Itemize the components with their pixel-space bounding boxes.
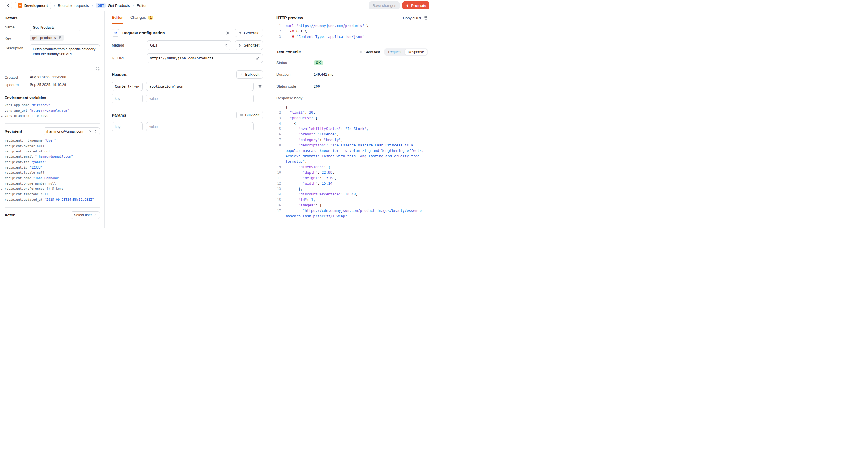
copy-curl-button[interactable]: Copy cURL — [403, 16, 428, 20]
code-line: 7 "category": "beauty", — [276, 137, 428, 143]
segment-request[interactable]: Request — [385, 49, 405, 55]
header-value-input[interactable] — [146, 82, 254, 91]
method-select[interactable]: GET — [147, 40, 231, 50]
breadcrumb-separator: › — [133, 3, 134, 8]
line-number: 16 — [276, 203, 286, 208]
back-button[interactable] — [5, 2, 12, 9]
code-text: -H 'Content-Type: application/json' — [286, 34, 428, 40]
variable-value: "John Hammond" — [33, 176, 60, 180]
line-number: 8 — [276, 143, 286, 148]
line-number: 7 — [276, 137, 286, 143]
variable-row: recipient.__typename "User" — [5, 138, 100, 144]
code-text: "id": 1, — [286, 197, 428, 203]
environment-selector[interactable]: Development — [15, 2, 51, 9]
variable-value: null — [44, 150, 52, 153]
param-value-input[interactable] — [146, 122, 254, 131]
variable-row: recipient.fan "yankee" — [5, 160, 100, 165]
tab-changes-label: Changes — [130, 15, 146, 20]
tenant-section: Tenant Select tenant — [5, 224, 100, 228]
details-sidebar: Details Name Key get-products Descripti — [0, 11, 105, 228]
line-number: 1 — [276, 104, 286, 110]
chevron-left-icon — [6, 3, 10, 7]
headers-bulk-edit-button[interactable]: Bulk edit — [236, 70, 263, 79]
actor-title: Actor — [5, 213, 14, 217]
copy-curl-label: Copy cURL — [403, 16, 422, 20]
code-text: "category": "beauty", — [286, 137, 428, 143]
save-changes-button[interactable]: Save changes — [369, 1, 400, 9]
url-input[interactable]: https://dummyjson.com/products — [147, 53, 263, 63]
line-number: 2 — [276, 29, 286, 34]
code-line: 16 "images": [ — [276, 203, 428, 208]
clear-icon[interactable] — [89, 130, 92, 133]
segment-response[interactable]: Response — [405, 49, 427, 55]
response-body-code: 1{2 "limit": 30,3 "products": [4 {5 "ava… — [276, 104, 428, 219]
promote-button[interactable]: Promote — [402, 1, 429, 9]
code-line: 10 "depth": 22.99, — [276, 170, 428, 175]
status-row: Status OK — [276, 57, 428, 69]
breadcrumb-request-name[interactable]: Get Products — [108, 3, 130, 8]
delete-header-button[interactable] — [257, 84, 263, 88]
url-row: ↳ URL https://dummyjson.com/products — [112, 53, 263, 63]
variable-key: recipient.locale — [5, 171, 37, 175]
console-send-test-button[interactable]: Send test — [359, 50, 380, 54]
arrow-branch-icon: ↳ — [112, 56, 115, 60]
param-key-input[interactable] — [112, 122, 143, 131]
tab-changes[interactable]: Changes 1 — [130, 11, 153, 24]
expand-chevron-icon[interactable]: ▸ — [1, 187, 3, 192]
chevron-updown-icon[interactable] — [94, 130, 97, 133]
status-code-row: Status code 200 — [276, 80, 428, 92]
code-text: "discountPercentage": 10.48, — [286, 192, 428, 197]
header-key-input[interactable] — [112, 82, 143, 91]
details-section: Details Name Key get-products Descripti — [5, 11, 100, 92]
breadcrumb-reusable-requests[interactable]: Reusable requests — [58, 3, 89, 8]
method-row: Method GET Send test — [112, 40, 263, 50]
request-config-title: Request configuration — [122, 31, 165, 35]
play-icon — [238, 43, 242, 47]
variable-value: "https://example.com" — [29, 109, 69, 113]
line-number: 3 — [276, 115, 286, 121]
breadcrumb-editor: Editor — [137, 3, 147, 8]
variable-key: recipient.timezone — [5, 192, 41, 196]
line-number: 13 — [276, 186, 286, 192]
name-input[interactable] — [30, 24, 81, 31]
code-text: "availabilityStatus": "In Stock", — [286, 126, 428, 132]
variable-row: recipient.email "jhammond@gmail.com" — [5, 154, 100, 160]
status-code-value: 200 — [314, 84, 320, 88]
params-bulk-edit-button[interactable]: Bulk edit — [236, 111, 263, 119]
copy-icon[interactable] — [58, 36, 62, 40]
generate-button[interactable]: Generate — [235, 29, 263, 37]
code-text: curl "https://dummyjson.com/products" \ — [286, 23, 428, 29]
recipient-header: Recipient jhammond@gmail.com — [5, 127, 100, 135]
recipient-selected: jhammond@gmail.com — [46, 129, 87, 133]
trash-icon — [258, 84, 262, 88]
line-number: 6 — [276, 132, 286, 137]
expand-icon[interactable] — [256, 56, 260, 60]
actor-section: Actor Select user — [5, 207, 100, 224]
recipient-combobox[interactable]: jhammond@gmail.com — [43, 127, 100, 135]
duration-row: Duration 149.441 ms — [276, 69, 428, 80]
description-textarea[interactable]: Fetch products from a specific category … — [30, 44, 100, 71]
expand-chevron-icon[interactable]: ▸ — [1, 114, 3, 119]
header-value-input[interactable] — [146, 94, 254, 103]
line-number: 2 — [276, 110, 286, 115]
code-line: 9 "dimensions": { — [276, 164, 428, 170]
send-test-button[interactable]: Send test — [235, 40, 263, 50]
tab-editor[interactable]: Editor — [112, 11, 123, 24]
gear-icon[interactable] — [226, 31, 230, 35]
variable-key: recipient.fan — [5, 160, 31, 164]
environment-variables-title: Environment variables — [5, 96, 100, 100]
variable-key: recipient.email — [5, 155, 35, 158]
code-line: 14 "discountPercentage": 10.48, — [276, 192, 428, 197]
code-text: "brand": "Essence", — [286, 132, 428, 137]
header-key-input[interactable] — [112, 94, 143, 103]
response-body-row: Response body — [276, 92, 428, 104]
actor-select[interactable]: Select user — [71, 211, 100, 219]
environment-variables-section: Environment variables vars.app_name "mik… — [5, 92, 100, 123]
line-number: 17 — [276, 208, 286, 214]
request-config-header: Request configuration Generate — [112, 29, 263, 37]
code-line: 1curl "https://dummyjson.com/products" \ — [276, 23, 428, 29]
variable-value: {} 0 keys — [31, 114, 49, 118]
swap-icon-button[interactable] — [112, 29, 119, 37]
variable-value: null — [37, 144, 45, 148]
tenant-select[interactable]: Select tenant — [68, 227, 100, 228]
